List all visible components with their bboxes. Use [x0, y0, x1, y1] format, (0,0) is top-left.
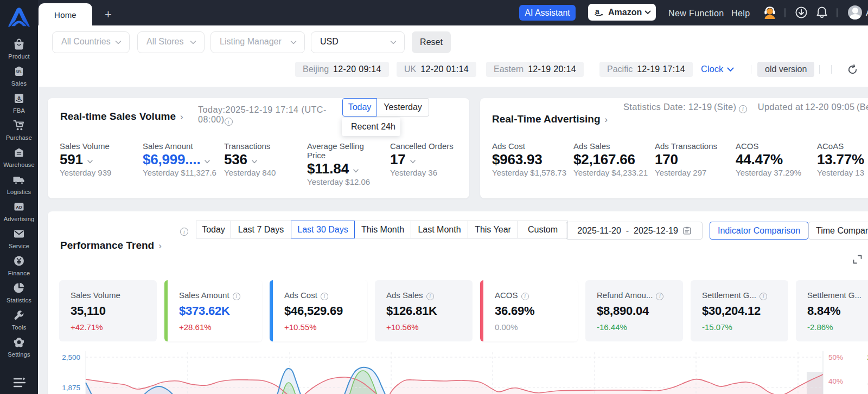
svg-text:50%: 50% [828, 353, 843, 361]
svg-text:1,875: 1,875 [62, 384, 80, 392]
svg-text:40%: 40% [828, 377, 843, 385]
svg-text:AD: AD [16, 205, 22, 210]
svg-text:2,500: 2,500 [62, 353, 80, 361]
svg-text:a: a [17, 95, 21, 101]
svg-text:SEL: SEL [16, 70, 23, 74]
